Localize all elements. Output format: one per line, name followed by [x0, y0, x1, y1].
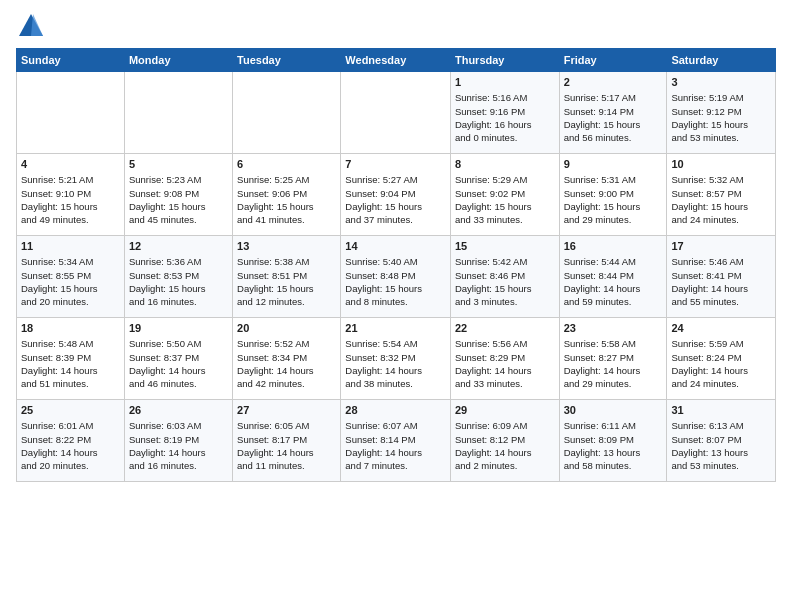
day-info: and 8 minutes. — [345, 295, 446, 308]
day-info: Sunrise: 5:29 AM — [455, 173, 555, 186]
logo — [16, 12, 45, 40]
calendar-cell: 25Sunrise: 6:01 AMSunset: 8:22 PMDayligh… — [17, 400, 125, 482]
day-number: 11 — [21, 239, 120, 254]
day-info: and 59 minutes. — [564, 295, 663, 308]
calendar-cell — [233, 72, 341, 154]
calendar-cell: 27Sunrise: 6:05 AMSunset: 8:17 PMDayligh… — [233, 400, 341, 482]
day-info: Sunset: 9:08 PM — [129, 187, 228, 200]
day-info: and 53 minutes. — [671, 459, 771, 472]
calendar-cell: 9Sunrise: 5:31 AMSunset: 9:00 PMDaylight… — [559, 154, 667, 236]
day-info: Sunrise: 5:17 AM — [564, 91, 663, 104]
weekday-header-thursday: Thursday — [450, 49, 559, 72]
day-info: Daylight: 15 hours — [671, 200, 771, 213]
calendar-cell: 12Sunrise: 5:36 AMSunset: 8:53 PMDayligh… — [124, 236, 232, 318]
day-info: Daylight: 14 hours — [564, 364, 663, 377]
calendar-cell: 23Sunrise: 5:58 AMSunset: 8:27 PMDayligh… — [559, 318, 667, 400]
day-info: and 42 minutes. — [237, 377, 336, 390]
day-info: and 7 minutes. — [345, 459, 446, 472]
day-info: Sunrise: 5:25 AM — [237, 173, 336, 186]
day-info: and 45 minutes. — [129, 213, 228, 226]
day-number: 21 — [345, 321, 446, 336]
day-info: Sunrise: 5:54 AM — [345, 337, 446, 350]
day-info: Sunset: 8:27 PM — [564, 351, 663, 364]
day-number: 25 — [21, 403, 120, 418]
weekday-header-friday: Friday — [559, 49, 667, 72]
day-info: Sunrise: 5:36 AM — [129, 255, 228, 268]
day-number: 27 — [237, 403, 336, 418]
day-info: Daylight: 15 hours — [237, 282, 336, 295]
logo-icon — [17, 12, 45, 40]
day-info: Sunset: 8:57 PM — [671, 187, 771, 200]
day-info: Sunrise: 5:59 AM — [671, 337, 771, 350]
day-info: Daylight: 14 hours — [21, 364, 120, 377]
weekday-header-monday: Monday — [124, 49, 232, 72]
calendar-table: SundayMondayTuesdayWednesdayThursdayFrid… — [16, 48, 776, 482]
day-number: 3 — [671, 75, 771, 90]
day-info: Sunrise: 5:19 AM — [671, 91, 771, 104]
day-number: 18 — [21, 321, 120, 336]
day-info: Daylight: 14 hours — [21, 446, 120, 459]
weekday-header-wednesday: Wednesday — [341, 49, 451, 72]
day-info: Daylight: 15 hours — [237, 200, 336, 213]
day-info: and 29 minutes. — [564, 213, 663, 226]
day-info: Sunset: 8:55 PM — [21, 269, 120, 282]
day-number: 10 — [671, 157, 771, 172]
day-info: Daylight: 15 hours — [21, 200, 120, 213]
day-info: Sunset: 8:17 PM — [237, 433, 336, 446]
day-info: Sunrise: 6:03 AM — [129, 419, 228, 432]
day-info: Sunset: 9:14 PM — [564, 105, 663, 118]
calendar-cell: 13Sunrise: 5:38 AMSunset: 8:51 PMDayligh… — [233, 236, 341, 318]
day-info: and 56 minutes. — [564, 131, 663, 144]
day-info: Sunset: 8:41 PM — [671, 269, 771, 282]
weekday-header-tuesday: Tuesday — [233, 49, 341, 72]
calendar-cell: 2Sunrise: 5:17 AMSunset: 9:14 PMDaylight… — [559, 72, 667, 154]
day-info: Sunset: 8:34 PM — [237, 351, 336, 364]
day-info: and 16 minutes. — [129, 295, 228, 308]
calendar-cell: 18Sunrise: 5:48 AMSunset: 8:39 PMDayligh… — [17, 318, 125, 400]
calendar-cell: 10Sunrise: 5:32 AMSunset: 8:57 PMDayligh… — [667, 154, 776, 236]
day-number: 28 — [345, 403, 446, 418]
calendar-cell — [124, 72, 232, 154]
day-info: and 20 minutes. — [21, 459, 120, 472]
day-info: Sunset: 8:51 PM — [237, 269, 336, 282]
weekday-header-row: SundayMondayTuesdayWednesdayThursdayFrid… — [17, 49, 776, 72]
day-info: Sunrise: 5:32 AM — [671, 173, 771, 186]
calendar-cell: 31Sunrise: 6:13 AMSunset: 8:07 PMDayligh… — [667, 400, 776, 482]
day-info: Sunrise: 5:50 AM — [129, 337, 228, 350]
day-number: 5 — [129, 157, 228, 172]
calendar-cell: 30Sunrise: 6:11 AMSunset: 8:09 PMDayligh… — [559, 400, 667, 482]
week-row-1: 1Sunrise: 5:16 AMSunset: 9:16 PMDaylight… — [17, 72, 776, 154]
calendar-cell: 15Sunrise: 5:42 AMSunset: 8:46 PMDayligh… — [450, 236, 559, 318]
day-info: and 0 minutes. — [455, 131, 555, 144]
day-info: Daylight: 14 hours — [671, 282, 771, 295]
day-info: Sunrise: 5:40 AM — [345, 255, 446, 268]
day-number: 6 — [237, 157, 336, 172]
week-row-2: 4Sunrise: 5:21 AMSunset: 9:10 PMDaylight… — [17, 154, 776, 236]
day-info: Sunset: 9:16 PM — [455, 105, 555, 118]
day-info: Daylight: 15 hours — [129, 282, 228, 295]
day-number: 14 — [345, 239, 446, 254]
day-info: Sunset: 8:32 PM — [345, 351, 446, 364]
day-info: Sunset: 8:29 PM — [455, 351, 555, 364]
day-info: Sunrise: 6:01 AM — [21, 419, 120, 432]
day-number: 29 — [455, 403, 555, 418]
page: SundayMondayTuesdayWednesdayThursdayFrid… — [0, 0, 792, 490]
week-row-4: 18Sunrise: 5:48 AMSunset: 8:39 PMDayligh… — [17, 318, 776, 400]
calendar-cell: 7Sunrise: 5:27 AMSunset: 9:04 PMDaylight… — [341, 154, 451, 236]
day-info: and 29 minutes. — [564, 377, 663, 390]
day-number: 20 — [237, 321, 336, 336]
day-number: 31 — [671, 403, 771, 418]
day-info: Sunrise: 5:31 AM — [564, 173, 663, 186]
day-info: and 51 minutes. — [21, 377, 120, 390]
day-info: and 41 minutes. — [237, 213, 336, 226]
day-info: Daylight: 15 hours — [21, 282, 120, 295]
calendar-cell: 28Sunrise: 6:07 AMSunset: 8:14 PMDayligh… — [341, 400, 451, 482]
day-number: 22 — [455, 321, 555, 336]
day-info: Sunset: 8:46 PM — [455, 269, 555, 282]
day-info: Daylight: 13 hours — [564, 446, 663, 459]
day-info: Daylight: 14 hours — [345, 364, 446, 377]
day-info: Sunrise: 5:34 AM — [21, 255, 120, 268]
day-number: 15 — [455, 239, 555, 254]
calendar-cell: 17Sunrise: 5:46 AMSunset: 8:41 PMDayligh… — [667, 236, 776, 318]
day-info: Sunrise: 6:05 AM — [237, 419, 336, 432]
